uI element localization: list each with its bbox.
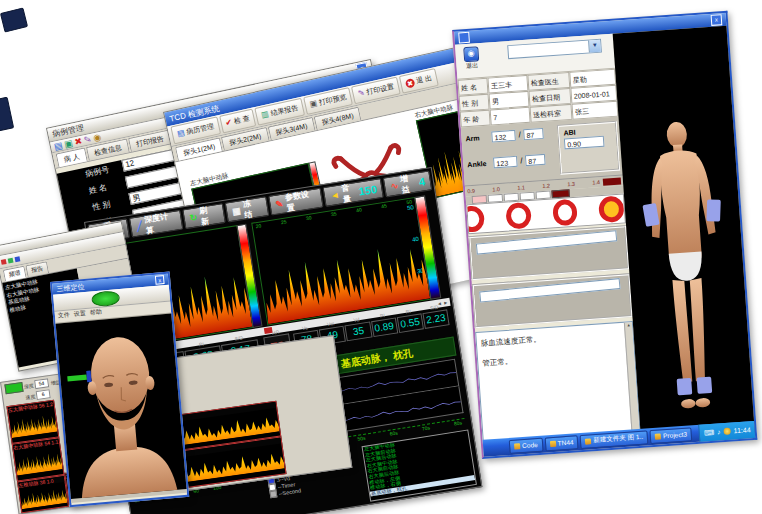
start-icon[interactable] xyxy=(8,257,14,263)
tick-label: 50s xyxy=(357,435,366,442)
acquire-button-icon xyxy=(330,190,340,200)
taskbar-button-label: Project3 xyxy=(663,431,687,440)
tray-app-icon[interactable] xyxy=(723,428,730,435)
acquire-button-label: 增 益 xyxy=(399,172,417,196)
taskbar-button[interactable]: Code xyxy=(509,437,543,453)
acquire-button[interactable]: 冻 结 xyxy=(225,196,269,222)
select-combobox[interactable]: ▼ xyxy=(507,39,602,60)
acquire-button-icon xyxy=(136,222,143,232)
menu-item[interactable]: 文件 xyxy=(58,310,71,322)
scale-tick: 1.1 xyxy=(517,184,525,191)
toolbar-button-label: 病历管理 xyxy=(185,121,215,137)
pressure-panel: Arm 132 / 87 Ankle 123 / 87 ABI 0.90 xyxy=(461,117,623,187)
toolbar-button-label: 打印预览 xyxy=(318,92,348,108)
taskbar-app-icon xyxy=(549,440,555,446)
toolbar-button-icon xyxy=(309,100,318,109)
taskbar-button-label: Code xyxy=(522,441,538,449)
probe-icon xyxy=(67,374,87,381)
close-icon[interactable]: x xyxy=(711,14,723,26)
scale-tick: 0.9 xyxy=(467,188,475,195)
tick-label: 70s xyxy=(421,424,430,431)
measure-cell: 0.89 xyxy=(371,317,398,337)
probe-field-value[interactable]: 54 xyxy=(34,378,49,389)
measure-value: 0.89 xyxy=(372,320,397,335)
system-tray: ⌨ ♪ 11:44 xyxy=(699,421,756,442)
clock: 11:44 xyxy=(733,426,750,434)
arm-cuff xyxy=(706,199,720,221)
tick-label: 30 xyxy=(305,214,311,221)
stop-icon[interactable] xyxy=(14,256,20,262)
window-head-3d: 三维定位 x 文件设置帮助 xyxy=(50,272,189,508)
menu-item[interactable]: 设置 xyxy=(74,309,87,321)
combo-value xyxy=(508,41,589,59)
save-icon[interactable]: ▣ xyxy=(64,139,74,149)
result-field[interactable] xyxy=(476,230,617,254)
acquire-button[interactable]: 刷 新 xyxy=(182,203,226,229)
acquire-button-icon xyxy=(189,213,198,223)
print-icon[interactable]: ✎ xyxy=(83,135,92,144)
result-field[interactable] xyxy=(479,278,620,302)
delete-icon[interactable]: ✖ xyxy=(74,137,83,146)
field-label: 姓 名 xyxy=(88,178,124,196)
arm-systolic-field[interactable]: 132 xyxy=(491,130,516,143)
acquire-button-icon xyxy=(275,199,284,209)
keyboard-icon[interactable]: ⌨ xyxy=(704,428,715,437)
acquire-button-label: 刷 新 xyxy=(198,203,217,227)
field-label: 病例号 xyxy=(84,161,120,179)
acquire-button[interactable]: 深度计算 xyxy=(129,210,183,238)
scale-end-block xyxy=(603,177,621,185)
axis-label: 50 xyxy=(407,204,415,211)
arm-diastolic-field[interactable]: 87 xyxy=(523,128,544,140)
scale-tick: 1.4 xyxy=(592,179,600,186)
ankle-cuff xyxy=(677,378,693,395)
scroll-up-icon[interactable]: ▲ xyxy=(625,322,632,327)
exit-button[interactable]: ◉ 退出 xyxy=(463,46,480,71)
toolbar-button-icon xyxy=(225,118,233,127)
tick-label: 25 xyxy=(280,218,286,225)
search-icon[interactable]: ◉ xyxy=(92,133,101,142)
taskbar-button-label: 新建文件夹 图 1.. xyxy=(593,433,643,445)
status-ring-active xyxy=(598,195,625,223)
exit-label: 退出 xyxy=(464,61,480,71)
background-window-fragment xyxy=(0,97,14,132)
toolbar-button-icon xyxy=(357,89,365,98)
artery-list: 左大脑中动脉左大脑前动脉左大脑后动脉右大脑中动脉右大脑前动脉右大脑后动脉椎动脉，… xyxy=(362,429,477,501)
toolbar-button-label: 打印设置 xyxy=(366,82,396,98)
probe-field-value[interactable]: 6 xyxy=(36,389,51,400)
close-icon[interactable]: x xyxy=(155,275,165,285)
toolbar-button-icon xyxy=(405,77,416,88)
ankle-cuff xyxy=(697,377,713,394)
open-icon[interactable]: ▤ xyxy=(53,141,63,151)
abi-value-field[interactable]: 0.90 xyxy=(564,136,605,150)
probe-field-label: 速度 xyxy=(25,393,36,400)
probe-status-light xyxy=(91,290,120,307)
3d-head-model xyxy=(56,318,187,499)
acquire-button[interactable]: 参数设置 xyxy=(268,188,324,216)
measure-cell: 35 xyxy=(345,322,372,342)
acquire-button-label: 参数设置 xyxy=(284,188,315,214)
ankle-label: Ankle xyxy=(467,160,487,168)
record-icon[interactable] xyxy=(1,259,7,265)
exit-icon: ◉ xyxy=(463,46,479,62)
taskbar-button[interactable]: TN44 xyxy=(544,435,579,451)
measure-cell: 0.55 xyxy=(396,313,423,333)
ankle-diastolic-field[interactable]: 87 xyxy=(525,154,546,166)
head-3d-viewport[interactable] xyxy=(56,314,187,499)
probe-field-label: 深度 xyxy=(23,382,34,389)
taskbar-button[interactable]: 新建文件夹 图 1.. xyxy=(580,430,649,449)
acquire-button-icon xyxy=(390,181,399,191)
speaker-icon[interactable]: ♪ xyxy=(717,428,721,435)
chevron-down-icon[interactable]: ▼ xyxy=(588,40,601,53)
ankle-systolic-field[interactable]: 123 xyxy=(493,156,518,169)
acquire-button[interactable]: 增 益 4 xyxy=(383,170,432,197)
arm-label: Arm xyxy=(465,134,479,142)
result-groupbox-2 xyxy=(472,273,633,328)
menu-item[interactable]: 帮助 xyxy=(89,308,102,320)
report-line: 脉血流速度正常。 xyxy=(481,329,623,349)
field-label: 性 别 xyxy=(91,195,127,213)
taskbar-button[interactable]: Project3 xyxy=(650,427,693,444)
screenshot-canvas: 病例管理 x ▤ ▣ ✖ ✎ ◉ 病 人检查信息打印报告帮 助 病例号 12 姓… xyxy=(0,0,762,514)
signal-indicator xyxy=(4,382,23,394)
measure-value: 35 xyxy=(346,324,371,339)
spectrum-thumbnail[interactable]: 左椎动脉 38 1.0 xyxy=(17,475,69,513)
